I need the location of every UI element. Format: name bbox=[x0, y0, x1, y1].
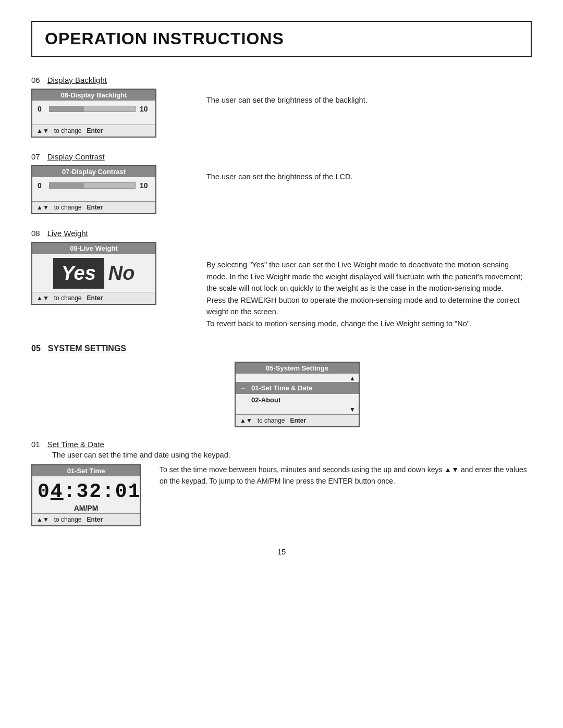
sys-change-text: to change bbox=[258, 417, 285, 424]
time-ampm: AM/PM bbox=[38, 504, 134, 512]
time-device-body: 04:32:01 AM/PM bbox=[32, 476, 140, 513]
sys-arrow-indicator: → bbox=[240, 385, 246, 392]
subsection-01-description2: To set the time move between hours, minu… bbox=[160, 465, 527, 485]
backlight-arrow-icon: ▲▼ bbox=[36, 127, 49, 134]
no-option: No bbox=[108, 262, 135, 285]
section-05-label: SYSTEM SETTINGS bbox=[48, 344, 126, 353]
time-colon1: : bbox=[64, 480, 77, 503]
subsection-01-right: To set the time move between hours, minu… bbox=[160, 464, 532, 487]
time-cursor: 4 bbox=[51, 480, 64, 503]
liveweight-arrow-icon: ▲▼ bbox=[36, 294, 49, 302]
page-title-box: OPERATION INSTRUCTIONS bbox=[31, 21, 532, 57]
sys-row-2: → 02-About bbox=[236, 394, 359, 406]
contrast-slider-row: 0 10 bbox=[38, 181, 150, 190]
contrast-device-footer: ▲▼ to change Enter bbox=[32, 201, 155, 213]
contrast-device-title: 07-Display Contrast bbox=[32, 166, 155, 177]
backlight-change-text: to change bbox=[54, 127, 82, 134]
time-device: 01-Set Time 04:32:01 AM/PM ▲▼ to change … bbox=[31, 464, 141, 526]
section-backlight-number: 06 bbox=[31, 76, 40, 84]
time-arrow-icon: ▲▼ bbox=[36, 516, 49, 523]
subsection-01-header: 01 Set Time & Date bbox=[31, 440, 532, 449]
section-contrast-label: Display Contrast bbox=[47, 152, 105, 161]
contrast-change-text: to change bbox=[54, 204, 82, 211]
time-device-title: 01-Set Time bbox=[32, 465, 140, 476]
backlight-max: 10 bbox=[140, 105, 150, 113]
sys-up-arrow: ▲ bbox=[236, 374, 359, 382]
contrast-arrow-icon: ▲▼ bbox=[36, 204, 49, 211]
section-05-container: 05 SYSTEM SETTINGS 05-System Settings ▲ … bbox=[31, 344, 532, 526]
section-liveweight-header: 08 Live Weight bbox=[31, 229, 188, 238]
liveweight-device: 08-Live Weight Yes No ▲▼ to change Enter bbox=[31, 242, 156, 305]
contrast-min: 0 bbox=[38, 181, 45, 190]
section-liveweight-right: By selecting "Yes" the user can set the … bbox=[206, 229, 532, 329]
page-title: OPERATION INSTRUCTIONS bbox=[45, 29, 284, 48]
yes-option: Yes bbox=[53, 258, 104, 289]
backlight-device-body: 0 10 bbox=[32, 101, 155, 125]
section-contrast-left: 07 Display Contrast 07-Display Contrast … bbox=[31, 152, 188, 214]
sys-row-1-label: 01-Set Time & Date bbox=[251, 384, 313, 392]
section-backlight-left: 06 Display Backlight 06-Display Backligh… bbox=[31, 76, 188, 138]
sys-enter-text: Enter bbox=[290, 417, 306, 424]
contrast-slider-track bbox=[49, 182, 136, 189]
contrast-slider-fill bbox=[50, 183, 84, 188]
sys-settings-device-title: 05-System Settings bbox=[236, 363, 359, 374]
sys-settings-device-body: ▲ → 01-Set Time & Date → 02-About ▼ bbox=[236, 374, 359, 414]
liveweight-description: By selecting "Yes" the user can set the … bbox=[206, 261, 522, 327]
section-backlight-header: 06 Display Backlight bbox=[31, 76, 188, 84]
liveweight-enter-text: Enter bbox=[87, 294, 103, 302]
subsection-01-desc: The user can set the time and date using… bbox=[52, 451, 532, 459]
backlight-device: 06-Display Backlight 0 10 ▲▼ to change E… bbox=[31, 89, 156, 138]
backlight-slider-fill bbox=[50, 106, 84, 112]
time-seconds: 01 bbox=[115, 480, 141, 503]
sys-settings-device-footer: ▲▼ to change Enter bbox=[236, 414, 359, 426]
section-backlight-right: The user can set the brightness of the b… bbox=[206, 76, 532, 106]
sys-down-arrow: ▼ bbox=[236, 406, 359, 414]
subsection-01: 01 Set Time & Date The user can set the … bbox=[31, 440, 532, 526]
backlight-min: 0 bbox=[38, 105, 45, 113]
liveweight-change-text: to change bbox=[54, 294, 82, 302]
contrast-description: The user can set the brightness of the L… bbox=[206, 172, 352, 181]
sys-row-2-label: 02-About bbox=[251, 396, 280, 404]
time-hours: 04 bbox=[38, 480, 64, 503]
backlight-description: The user can set the brightness of the b… bbox=[206, 96, 368, 104]
section-liveweight-left: 08 Live Weight 08-Live Weight Yes No ▲▼ … bbox=[31, 229, 188, 305]
backlight-enter-text: Enter bbox=[87, 127, 103, 134]
liveweight-device-footer: ▲▼ to change Enter bbox=[32, 292, 155, 304]
time-colon2: : bbox=[102, 480, 115, 503]
contrast-device-body: 0 10 bbox=[32, 177, 155, 201]
section-liveweight: 08 Live Weight 08-Live Weight Yes No ▲▼ … bbox=[31, 229, 532, 329]
section-contrast: 07 Display Contrast 07-Display Contrast … bbox=[31, 152, 532, 214]
time-minutes: 32 bbox=[76, 480, 102, 503]
sys-row-1: → 01-Set Time & Date bbox=[236, 382, 359, 394]
time-device-footer: ▲▼ to change Enter bbox=[32, 513, 140, 525]
section-liveweight-label: Live Weight bbox=[47, 229, 88, 238]
liveweight-device-body: Yes No bbox=[32, 254, 155, 292]
section-backlight-label: Display Backlight bbox=[47, 76, 107, 84]
time-enter-text: Enter bbox=[87, 516, 103, 523]
backlight-device-footer: ▲▼ to change Enter bbox=[32, 125, 155, 137]
section-backlight: 06 Display Backlight 06-Display Backligh… bbox=[31, 76, 532, 138]
liveweight-device-title: 08-Live Weight bbox=[32, 243, 155, 254]
sys-settings-device-container: 05-System Settings ▲ → 01-Set Time & Dat… bbox=[31, 362, 532, 427]
section-05-number: 05 bbox=[31, 344, 41, 353]
page-number: 15 bbox=[31, 547, 532, 556]
subsection-01-number: 01 bbox=[31, 440, 40, 449]
backlight-slider-row: 0 10 bbox=[38, 105, 150, 113]
section-liveweight-number: 08 bbox=[31, 229, 40, 238]
backlight-device-title: 06-Display Backlight bbox=[32, 90, 155, 101]
time-change-text: to change bbox=[54, 516, 82, 523]
sys-settings-device: 05-System Settings ▲ → 01-Set Time & Dat… bbox=[235, 362, 360, 427]
contrast-enter-text: Enter bbox=[87, 204, 103, 211]
section-contrast-number: 07 bbox=[31, 152, 40, 161]
contrast-max: 10 bbox=[140, 181, 150, 190]
subsection-01-label: Set Time & Date bbox=[47, 440, 104, 449]
section-contrast-header: 07 Display Contrast bbox=[31, 152, 188, 161]
backlight-slider-track bbox=[49, 106, 136, 112]
section-05-header: 05 SYSTEM SETTINGS bbox=[31, 344, 532, 353]
time-display: 04:32:01 bbox=[38, 480, 134, 503]
subsection-01-body: 01-Set Time 04:32:01 AM/PM ▲▼ to change … bbox=[31, 464, 532, 526]
section-contrast-right: The user can set the brightness of the L… bbox=[206, 152, 532, 182]
contrast-device: 07-Display Contrast 0 10 ▲▼ to change En… bbox=[31, 165, 156, 214]
sys-arrow-icon: ▲▼ bbox=[240, 417, 252, 424]
